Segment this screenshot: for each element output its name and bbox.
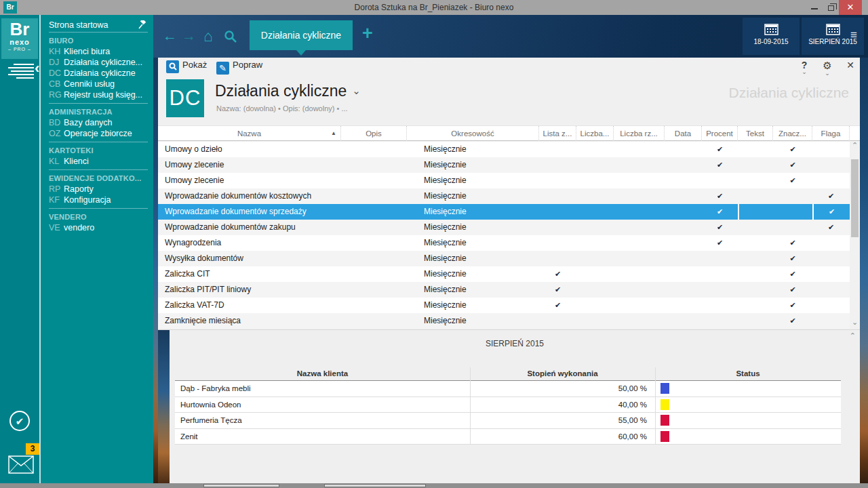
- cell-lista: [539, 251, 576, 266]
- cell-procent: [702, 251, 738, 266]
- calendar-icon: [764, 24, 778, 35]
- cell-data: [665, 220, 702, 235]
- search-icon[interactable]: [224, 28, 237, 49]
- column-header-flaga[interactable]: Flaga: [812, 126, 850, 141]
- sidebar-item-kl[interactable]: KLKlienci: [49, 156, 148, 167]
- table-row[interactable]: Umowy zlecenieMiesięcznie✔✔: [158, 157, 850, 173]
- client-row[interactable]: Perfumeria Tęcza55,00 %: [175, 413, 841, 429]
- column-header-liczba[interactable]: Liczba...: [576, 126, 614, 141]
- cell-liczba_rz: [614, 188, 665, 204]
- sidebar-item-rp[interactable]: RPRaporty: [49, 184, 148, 195]
- scrollbar-thumb[interactable]: [851, 159, 859, 237]
- table-row[interactable]: WynagrodzeniaMiesięcznie✔✔: [158, 235, 850, 251]
- table-row[interactable]: Zamknięcie miesiącaMiesięcznie✔: [158, 313, 850, 329]
- sidebar-item-dj[interactable]: DJDziałania cykliczne...: [49, 57, 148, 68]
- client-row[interactable]: Zenit60,00 %: [175, 429, 841, 445]
- cell-flaga: [812, 235, 850, 251]
- back-icon[interactable]: ←: [163, 26, 177, 46]
- clients-column-header: Stopień wykonania: [470, 367, 655, 380]
- cell-lista: [539, 173, 576, 188]
- scroll-up-icon[interactable]: ⌃: [850, 141, 860, 150]
- table-row[interactable]: Zaliczka CITMiesięcznie✔✔: [158, 266, 850, 282]
- minimize-icon: [811, 8, 818, 9]
- column-header-opis[interactable]: Opis: [341, 126, 407, 141]
- item-label: vendero: [64, 223, 94, 232]
- settings-button[interactable]: ⚙⌄: [820, 60, 835, 75]
- vertical-scrollbar[interactable]: ⌃ ⌄: [850, 141, 860, 328]
- sidebar-item-cb[interactable]: CBCenniki usług: [49, 79, 148, 89]
- messages-icon[interactable]: [8, 455, 34, 476]
- cell-flaga: [812, 173, 850, 188]
- table-row[interactable]: Wprowadzanie dokumentów sprzedażyMiesięc…: [158, 204, 850, 220]
- cell-name: Wysyłka dokumentów: [158, 251, 341, 266]
- show-button[interactable]: Pokaż: [166, 60, 207, 76]
- filter-summary[interactable]: Nazwa: (dowolna) • Opis: (dowolny) • ...: [216, 104, 348, 113]
- chevron-down-icon[interactable]: ⌄: [352, 85, 361, 96]
- column-header-period[interactable]: Okresowość: [407, 126, 539, 141]
- cell-liczba: [576, 251, 614, 266]
- item-label: Klienci: [64, 157, 89, 166]
- edit-button[interactable]: ✎Popraw: [216, 60, 262, 76]
- cell-period: Miesięcznie: [407, 157, 539, 173]
- tab-dzialania-cykliczne[interactable]: Działania cykliczne: [250, 20, 353, 50]
- sidebar-item-ve[interactable]: VEvendero: [49, 222, 148, 233]
- forward-icon[interactable]: →: [182, 26, 196, 46]
- status-cell: [655, 429, 841, 445]
- cell-znacz: [773, 188, 812, 204]
- sidebar-item-dc[interactable]: DCDziałania cykliczne: [49, 68, 148, 79]
- column-header-data[interactable]: Data: [665, 126, 702, 141]
- nav-hamburger-icon[interactable]: ≡: [850, 28, 857, 42]
- taskbar-item[interactable]: [203, 484, 279, 487]
- client-name: Zenit: [175, 429, 470, 445]
- column-header-liczba_rz[interactable]: Liczba rz...: [614, 126, 665, 141]
- column-header-procent[interactable]: Procent: [702, 126, 738, 141]
- pin-icon[interactable]: [138, 20, 146, 33]
- scroll-down-icon[interactable]: ⌄: [850, 318, 860, 327]
- tasks-done-icon[interactable]: ✔: [9, 411, 30, 431]
- table-row[interactable]: Zaliczka VAT-7DMiesięcznie✔✔: [158, 298, 850, 313]
- restore-button[interactable]: [823, 0, 839, 15]
- column-header-lista[interactable]: Lista z...: [539, 126, 576, 141]
- cell-lista: [539, 313, 576, 329]
- sort-asc-icon: ▲: [331, 126, 336, 141]
- client-row[interactable]: Dąb - Fabryka mebli50,00 %: [175, 381, 841, 397]
- help-button[interactable]: ?⌄: [797, 60, 812, 74]
- table-row[interactable]: Umowy o dziełoMiesięcznie✔✔: [158, 142, 850, 157]
- sidebar-item-home[interactable]: Strona startowa: [49, 19, 148, 33]
- cell-liczba: [576, 298, 614, 313]
- table-row[interactable]: Wprowadzanie dokumentów zakupuMiesięczni…: [158, 220, 850, 235]
- logo-tier: – PRO –: [1, 46, 38, 53]
- table-row[interactable]: Wprowadzanie dokumentów kosztowychMiesię…: [158, 188, 850, 204]
- cell-liczba: [576, 142, 614, 157]
- cell-period: Miesięcznie: [407, 313, 539, 329]
- table-row[interactable]: Wysyłka dokumentówMiesięcznie✔: [158, 251, 850, 266]
- cell-flaga: [812, 282, 850, 298]
- cell-data: [665, 173, 702, 188]
- table-row[interactable]: Zaliczka PIT/PIT liniowyMiesięcznie✔✔: [158, 282, 850, 298]
- table-body: Umowy o dziełoMiesięcznie✔✔Umowy zleceni…: [158, 142, 850, 329]
- cell-procent: [702, 173, 738, 188]
- client-row[interactable]: Hurtownia Odeon40,00 %: [175, 397, 841, 413]
- column-header-name[interactable]: Nazwa▲: [158, 126, 341, 141]
- sidebar-item-rg[interactable]: RGRejestr usług księg...: [49, 89, 148, 100]
- home-icon[interactable]: ⌂: [203, 26, 213, 46]
- column-header-znacz[interactable]: Znacz...: [773, 126, 812, 141]
- new-tab-button[interactable]: +: [362, 23, 373, 44]
- month-summary-panel: ⌃ SIERPIEŃ 2015 Nazwa klientaStopień wyk…: [170, 330, 860, 483]
- cell-liczba_rz: [614, 266, 665, 282]
- close-window-button[interactable]: ✕: [839, 0, 862, 15]
- cell-name: Umowy zlecenie: [158, 157, 341, 173]
- cell-data: [665, 266, 702, 282]
- modules-menu-icon[interactable]: [8, 64, 34, 81]
- column-header-tekst[interactable]: Tekst: [738, 126, 773, 141]
- date-picker-button[interactable]: 18-09-2015: [743, 18, 800, 55]
- table-row[interactable]: Umowy zlecenieMiesięcznie✔: [158, 173, 850, 188]
- cell-tekst: [738, 282, 773, 298]
- sidebar-item-oz[interactable]: OZOperacje zbiorcze: [49, 128, 148, 139]
- close-module-button[interactable]: ✕: [843, 60, 858, 70]
- sidebar-item-kh[interactable]: KHKlienci biura: [49, 46, 148, 57]
- sidebar-item-kf[interactable]: KFKonfiguracja: [49, 195, 148, 205]
- taskbar-item[interactable]: [324, 484, 426, 487]
- sidebar-item-bd[interactable]: BDBazy danych: [49, 117, 148, 128]
- minimize-button[interactable]: [806, 0, 823, 15]
